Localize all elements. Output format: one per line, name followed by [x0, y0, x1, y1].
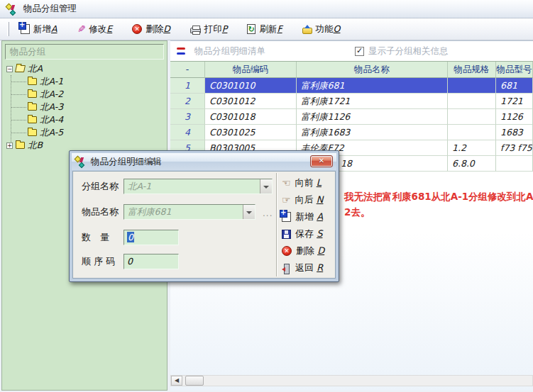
table-row[interactable]: 3 C0301018 富利康1126 1126 [170, 109, 533, 125]
add-icon [282, 212, 291, 222]
item-name-label: 物品名称 [82, 204, 119, 220]
divider [276, 173, 278, 276]
tree-item-beiA[interactable]: − 北A [2, 62, 167, 75]
previous-button[interactable]: ☜ 向前 L [280, 174, 334, 191]
hand-left-icon: ☜ [282, 178, 291, 188]
group-filter-box[interactable]: 物品分组 [5, 44, 164, 60]
col-rownum[interactable]: - [170, 62, 205, 78]
item-name-combo[interactable]: 富利康681 [123, 204, 255, 220]
group-name-label: 分组名称 [82, 179, 119, 194]
detail-list-title: 物品分组明细清单 [194, 45, 265, 57]
show-subgroup-checkbox[interactable] [355, 47, 364, 56]
tree-item-beiA-4[interactable]: 北A-4 [2, 113, 167, 126]
refresh-icon [247, 24, 255, 34]
list-loop-icon [176, 47, 187, 55]
add-icon [21, 24, 30, 34]
dialog-body: 分组名称 北A-1 物品名称 富利康681 ... 数 量 0 顺 序 码 0 … [72, 171, 336, 279]
chevron-down-icon[interactable] [243, 205, 255, 219]
folder-icon [28, 78, 37, 85]
add-button[interactable]: 新增A [15, 21, 65, 38]
tree-item-beiA-1[interactable]: 北A-1 [2, 75, 167, 88]
dialog-delete-button[interactable]: 删除 D [280, 242, 334, 259]
app-icon [6, 4, 18, 15]
next-button[interactable]: ☞ 向后 N [280, 191, 334, 208]
toolbar-grip[interactable] [7, 22, 9, 36]
folder-icon [28, 129, 37, 136]
scroll-left-arrow-icon[interactable]: ◀ [171, 376, 182, 386]
folder-icon [28, 103, 37, 111]
col-model[interactable]: 物品型号 [496, 62, 533, 78]
function-button[interactable]: 功能O [297, 21, 348, 38]
hand-right-icon: ☞ [282, 195, 291, 205]
print-button[interactable]: 打印P [185, 21, 235, 38]
close-icon[interactable] [310, 155, 333, 167]
show-subgroup-label: 显示子分组相关信息 [368, 45, 449, 57]
folder-icon [28, 116, 37, 123]
table-row[interactable]: 2 C0301012 富利康1721 1721 [170, 94, 533, 109]
edit-button[interactable]: ✎ 修改E [72, 21, 120, 38]
window-title: 物品分组管理 [23, 3, 77, 15]
collapse-icon[interactable]: − [6, 66, 13, 72]
item-name-more-button[interactable]: ... [263, 208, 273, 218]
delete-icon [282, 246, 292, 256]
tree-item-beiA-2[interactable]: 北A-2 [2, 88, 167, 101]
chevron-down-icon[interactable] [260, 179, 272, 194]
quantity-label: 数 量 [82, 230, 109, 245]
edit-dialog: 物品分组明细编辑 分组名称 北A-1 物品名称 富利康681 ... 数 量 0… [69, 150, 339, 282]
table-header-row: - 物品编码 物品名称 物品规格 物品型号 [170, 61, 533, 78]
scrollbar-thumb[interactable] [185, 376, 204, 386]
table-row[interactable]: 4 C0301025 富利康1683 1683 [170, 125, 533, 140]
return-icon [282, 264, 291, 273]
edit-icon: ✎ [77, 24, 86, 34]
annotation-text: 我无法把富利康681从北A-1分组修改到北A-2去。 [344, 189, 533, 220]
sequence-label: 顺 序 码 [82, 254, 115, 269]
dialog-icon [75, 156, 87, 167]
dialog-button-panel: ☜ 向前 L ☞ 向后 N 新增 A 保存 S 删除 D [280, 174, 334, 276]
save-icon [282, 230, 291, 239]
dialog-add-button[interactable]: 新增 A [280, 208, 334, 225]
title-bar: 物品分组管理 [0, 0, 533, 18]
sequence-field[interactable]: 0 [123, 254, 179, 269]
save-button[interactable]: 保存 S [280, 225, 334, 242]
group-name-combo[interactable]: 北A-1 [123, 179, 273, 194]
quantity-field[interactable]: 0 [123, 230, 179, 245]
function-icon [302, 28, 312, 34]
return-button[interactable]: 返回 R [280, 259, 334, 276]
horizontal-scrollbar[interactable]: ◀ [170, 375, 533, 386]
tree-item-beiA-3[interactable]: 北A-3 [2, 101, 167, 113]
delete-icon [132, 24, 142, 34]
main-toolbar: 新增A ✎ 修改E 删除D 打印P 刷新F 功能O [0, 18, 533, 40]
col-name[interactable]: 物品名称 [297, 62, 448, 78]
dialog-title: 物品分组明细编辑 [91, 156, 162, 168]
print-icon [190, 28, 201, 33]
folder-icon [16, 142, 25, 149]
delete-button[interactable]: 删除D [126, 21, 177, 38]
table-row[interactable]: 1 C0301010 富利康681 681 [170, 78, 533, 94]
tree-item-beiA-5[interactable]: 北A-5 [2, 126, 167, 139]
app-window: 物品分组管理 新增A ✎ 修改E 删除D 打印P 刷新F 功能O 物 [0, 0, 533, 392]
dialog-title-bar[interactable]: 物品分组明细编辑 [72, 153, 336, 170]
folder-icon [28, 91, 37, 98]
col-spec[interactable]: 物品规格 [448, 62, 496, 78]
col-code[interactable]: 物品编码 [205, 62, 297, 78]
detail-header-band: 物品分组明细清单 显示子分组相关信息 [170, 41, 533, 61]
expand-icon[interactable]: + [6, 142, 13, 149]
refresh-button[interactable]: 刷新F [241, 21, 289, 38]
folder-open-icon [15, 65, 26, 72]
group-tree: − 北A 北A-1 北A-2 北A-3 北A-4 北A- [2, 62, 167, 152]
